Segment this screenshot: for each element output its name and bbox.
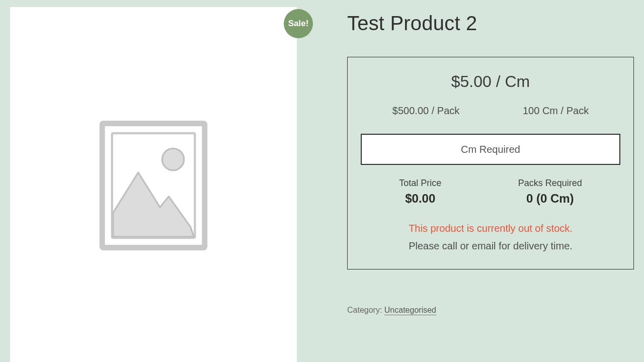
category-link[interactable]: Uncategorised xyxy=(384,306,436,315)
packs-required-value: 0 (0 Cm) xyxy=(518,192,582,206)
pack-size: 100 Cm / Pack xyxy=(523,105,589,117)
total-price-block: Total Price $0.00 xyxy=(399,178,441,206)
image-placeholder-icon xyxy=(98,120,209,251)
product-title: Test Product 2 xyxy=(347,12,634,35)
delivery-message: Please call or email for delivery time. xyxy=(361,240,620,252)
category-label: Category: xyxy=(347,306,384,314)
pack-price: $500.00 / Pack xyxy=(392,105,459,117)
total-price-value: $0.00 xyxy=(399,192,441,206)
svg-point-2 xyxy=(162,148,184,170)
sale-badge: Sale! xyxy=(284,9,313,38)
product-details-column: Test Product 2 $5.00 / Cm $500.00 / Pack… xyxy=(297,10,634,362)
pack-info-row: $500.00 / Pack 100 Cm / Pack xyxy=(361,105,620,117)
price-panel: $5.00 / Cm $500.00 / Pack 100 Cm / Pack … xyxy=(347,57,634,269)
total-price-label: Total Price xyxy=(399,178,441,189)
unit-price: $5.00 / Cm xyxy=(361,72,620,91)
packs-required-block: Packs Required 0 (0 Cm) xyxy=(518,178,582,206)
totals-row: Total Price $0.00 Packs Required 0 (0 Cm… xyxy=(361,178,620,206)
packs-required-label: Packs Required xyxy=(518,178,582,189)
stock-status-message: This product is currently out of stock. xyxy=(361,223,620,234)
product-image-column: Sale! xyxy=(10,10,297,362)
product-page: Sale! Test Product 2 $5.00 / Cm $500.00 … xyxy=(0,0,644,362)
product-image-placeholder[interactable] xyxy=(10,7,297,362)
quantity-input[interactable] xyxy=(361,134,620,165)
category-line: Category: Uncategorised xyxy=(347,306,634,315)
